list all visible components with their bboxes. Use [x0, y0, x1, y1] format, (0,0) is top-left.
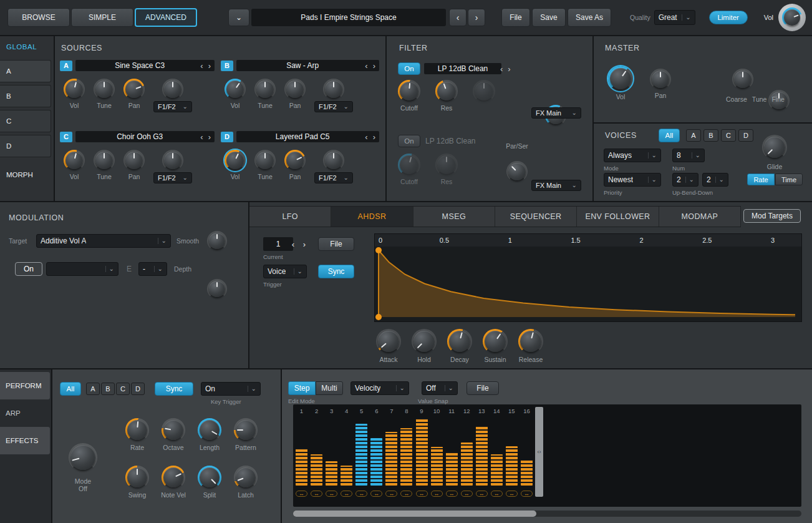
edit-mode-multi-button[interactable]: Multi	[316, 381, 343, 395]
source-d-vol-knob[interactable]	[225, 150, 246, 171]
step-bar-14[interactable]	[491, 454, 503, 486]
release-knob[interactable]	[518, 329, 543, 354]
length-knob[interactable]	[198, 418, 221, 442]
preset-display[interactable]: Pads I Empire Strings Space	[251, 9, 446, 26]
arp-sync-button[interactable]: Sync	[155, 382, 193, 396]
source-d-badge[interactable]: D	[221, 132, 233, 142]
filter1-cutoff-knob[interactable]	[398, 80, 420, 102]
source-d-pan-knob[interactable]	[284, 150, 306, 171]
rate-knob[interactable]	[125, 418, 149, 442]
source-b-name[interactable]: Saw - Arp ‹›	[236, 60, 379, 71]
sidebar-item-morph[interactable]: MORPH	[0, 171, 54, 178]
prev-icon[interactable]: ‹	[200, 61, 203, 71]
step-loop-toggle[interactable]: ↔	[355, 491, 367, 497]
glide-rate-button[interactable]: Rate	[747, 174, 775, 185]
voices-group-b[interactable]: B	[703, 129, 718, 142]
save-as-button[interactable]: Save As	[568, 8, 611, 27]
tab-effects[interactable]: EFFECTS	[0, 427, 50, 454]
filter1-drive-knob[interactable]	[473, 80, 495, 102]
step-loop-toggle[interactable]: ↔	[370, 491, 382, 497]
range-scrollbar[interactable]: ‹›	[535, 407, 543, 497]
step-bar-2[interactable]	[311, 454, 322, 486]
source-c-badge[interactable]: C	[60, 132, 72, 142]
step-bar-16[interactable]	[521, 460, 533, 486]
source-c-pan-knob[interactable]	[123, 150, 145, 171]
step-bar-11[interactable]	[446, 452, 458, 486]
smooth-knob[interactable]	[207, 231, 227, 251]
split-knob[interactable]	[198, 466, 221, 489]
step-bar-1[interactable]	[296, 448, 307, 486]
preset-next-button[interactable]: ›	[468, 9, 485, 26]
step-bar-4[interactable]	[341, 466, 352, 486]
voices-group-a[interactable]: A	[686, 129, 701, 142]
tab-sequencer[interactable]: SEQUENCER	[495, 207, 577, 227]
step-loop-toggle[interactable]: ↔	[326, 491, 337, 497]
source-a-filter-route-select[interactable]: F1/F2⌄	[153, 101, 192, 112]
source-d-tune-knob[interactable]	[254, 150, 276, 171]
source-b-vol-knob[interactable]	[225, 79, 246, 100]
bend-up-select[interactable]: 2⌄	[672, 173, 698, 187]
source-c-filter-route-select[interactable]: F1/F2⌄	[153, 172, 192, 183]
source-b-tune-knob[interactable]	[254, 79, 276, 100]
bend-down-select[interactable]: 2⌄	[702, 173, 728, 187]
decay-knob[interactable]	[447, 329, 472, 354]
voices-all-button[interactable]: All	[659, 129, 680, 142]
step-loop-toggle[interactable]: ↔	[446, 491, 458, 497]
step-bar-3[interactable]	[326, 461, 337, 486]
master-coarse-knob[interactable]	[732, 69, 753, 90]
mod-target-select[interactable]: Additive Vol A⌄	[36, 234, 171, 248]
step-loop-toggle[interactable]: ↔	[311, 491, 322, 497]
sidebar-item-d[interactable]: D	[0, 135, 51, 157]
limiter-button[interactable]: Limiter	[709, 11, 748, 24]
arp-group-d[interactable]: D	[131, 383, 145, 395]
depth-knob[interactable]	[207, 279, 227, 299]
file-button[interactable]: File	[501, 8, 530, 27]
filter1-type-arrows[interactable]: ‹›	[500, 64, 511, 74]
source-b-filter-route-select[interactable]: F1/F2⌄	[314, 101, 353, 112]
ahdsr-file-button[interactable]: File	[318, 237, 354, 251]
voices-group-d[interactable]: D	[738, 129, 753, 142]
source-a-vol-knob[interactable]	[64, 79, 85, 100]
ahdsr-prev-button[interactable]: ‹	[288, 237, 298, 251]
step-loop-toggle[interactable]: ↔	[385, 491, 397, 497]
source-a-filter-knob[interactable]	[162, 79, 183, 100]
master-vol-knob[interactable]	[608, 66, 633, 91]
tab-ahdsr[interactable]: AHDSR	[331, 207, 413, 227]
voices-num-select[interactable]: 8⌄	[672, 149, 705, 162]
hold-knob[interactable]	[412, 329, 437, 354]
source-c-tune-knob[interactable]	[94, 150, 115, 171]
envelope-node[interactable]	[375, 247, 382, 253]
source-c-filter-knob[interactable]	[162, 150, 183, 171]
mod-on-button[interactable]: On	[15, 262, 42, 276]
next-icon[interactable]: ›	[373, 61, 375, 71]
arp-group-b[interactable]: B	[101, 383, 115, 395]
next-icon[interactable]: ›	[208, 132, 211, 142]
arp-group-c[interactable]: C	[116, 383, 130, 395]
filter2-on-button[interactable]: On	[398, 135, 420, 147]
source-d-filter-knob[interactable]	[323, 150, 344, 171]
filter2-res-knob[interactable]	[435, 154, 458, 176]
next-icon[interactable]: ›	[373, 132, 375, 142]
filter2-type-select[interactable]: LP 12dB Clean	[425, 137, 476, 145]
filter1-on-button[interactable]: On	[398, 62, 420, 75]
value-snap-select[interactable]: Off⌄	[422, 381, 458, 395]
filter2-cutoff-knob[interactable]	[398, 154, 420, 176]
filter1-res-knob[interactable]	[435, 80, 458, 102]
sidebar-item-a[interactable]: A	[0, 60, 51, 82]
seq-param-select[interactable]: Velocity⌄	[350, 381, 409, 395]
step-loop-toggle[interactable]: ↔	[476, 491, 488, 497]
step-loop-toggle[interactable]: ↔	[341, 491, 352, 497]
next-icon[interactable]: ›	[508, 64, 510, 74]
envelope-node[interactable]	[375, 314, 382, 320]
step-loop-toggle[interactable]: ↔	[521, 491, 533, 497]
step-bar-13[interactable]	[476, 426, 488, 486]
source-a-name[interactable]: Sine Space C3 ‹›	[75, 60, 215, 71]
arp-mode-knob[interactable]	[69, 443, 97, 472]
tab-lfo[interactable]: LFO	[249, 207, 331, 227]
quality-select[interactable]: Great ⌄	[654, 10, 695, 25]
prev-icon[interactable]: ‹	[200, 132, 203, 142]
simple-button[interactable]: SIMPLE	[71, 8, 133, 27]
glide-knob[interactable]	[762, 135, 787, 160]
source-b-filter-knob[interactable]	[323, 79, 344, 100]
attack-knob[interactable]	[376, 329, 401, 354]
